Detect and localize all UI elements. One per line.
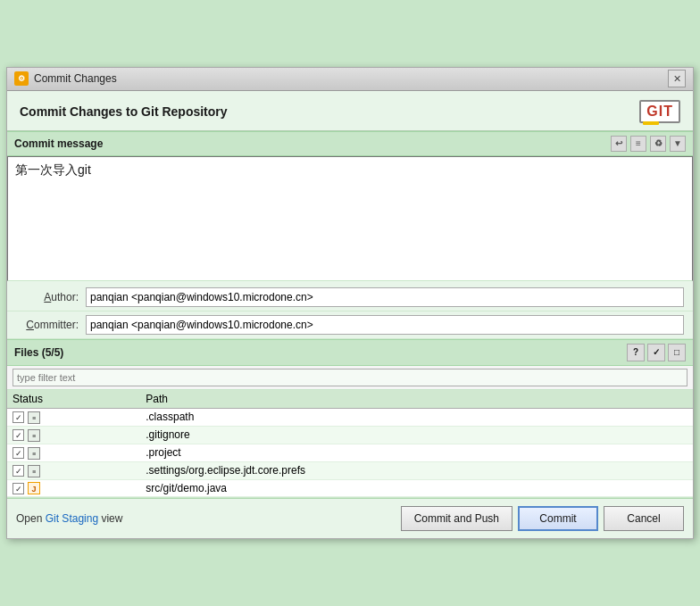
bottom-buttons: Commit and Push Commit Cancel	[401, 506, 684, 531]
commit-and-push-button[interactable]: Commit and Push	[401, 506, 512, 531]
commit-icon-2[interactable]: ≡	[630, 136, 646, 152]
commit-message-section-header: Commit message ↩ ≡ ♻ ▼	[7, 131, 693, 156]
commit-icon-4[interactable]: ▼	[670, 136, 686, 152]
file-path-cell: src/git/demo.java	[140, 479, 693, 497]
dialog-header: Commit Changes to Git Repository GIT	[7, 91, 693, 130]
files-help-icon[interactable]: ?	[627, 344, 645, 361]
filter-row	[7, 366, 693, 390]
title-bar: ⚙ Commit Changes ✕	[7, 68, 693, 91]
header-title: Commit Changes to Git Repository	[20, 104, 228, 119]
file-status-cell: ✓≡	[7, 444, 140, 461]
dialog-icon: ⚙	[14, 71, 29, 86]
commit-icon-3[interactable]: ♻	[650, 136, 666, 152]
file-status-cell: ✓J	[7, 479, 140, 497]
committer-input[interactable]	[86, 315, 684, 335]
title-bar-left: ⚙ Commit Changes	[14, 71, 117, 86]
file-path-cell: .project	[140, 444, 693, 461]
file-status-cell: ✓≡	[7, 461, 140, 479]
col-status: Status	[7, 390, 140, 409]
file-path-cell: .settings/org.eclipse.jdt.core.prefs	[140, 461, 693, 479]
file-checkbox[interactable]: ✓	[12, 465, 24, 477]
filter-input[interactable]	[12, 369, 688, 386]
file-checkbox[interactable]: ✓	[12, 411, 24, 423]
files-table: Status Path ✓≡.classpath✓≡.gitignore✓≡.p…	[7, 390, 693, 498]
files-label: Files (5/5)	[14, 346, 63, 359]
dialog-title: Commit Changes	[34, 72, 117, 85]
commit-message-input[interactable]: 第一次导入git	[7, 156, 693, 281]
files-check-icon[interactable]: ✓	[647, 344, 665, 361]
author-label: Author:	[16, 291, 79, 303]
close-button[interactable]: ✕	[668, 70, 686, 87]
file-checkbox[interactable]: ✓	[12, 429, 24, 441]
col-path: Path	[140, 390, 693, 409]
git-logo: GIT	[639, 100, 680, 123]
file-path-cell: .gitignore	[140, 426, 693, 444]
file-type-icon: ≡	[28, 465, 40, 477]
table-header-row: Status Path	[7, 390, 693, 409]
committer-label: Committer:	[16, 319, 79, 331]
committer-row: Committer:	[7, 311, 693, 339]
files-icons: ? ✓ □	[627, 344, 686, 361]
file-type-icon: J	[28, 482, 40, 494]
table-row: ✓≡.classpath	[7, 408, 693, 426]
git-staging-link[interactable]: Git Staging	[46, 512, 98, 525]
file-checkbox[interactable]: ✓	[12, 483, 24, 494]
commit-message-label: Commit message	[14, 137, 103, 150]
file-type-icon: ≡	[28, 411, 40, 424]
table-row: ✓≡.gitignore	[7, 426, 693, 444]
file-type-icon: ≡	[28, 429, 40, 442]
file-status-cell: ✓≡	[7, 426, 140, 444]
file-type-icon: ≡	[28, 447, 40, 460]
bottom-left: Open Git Staging view	[16, 512, 122, 525]
table-row: ✓≡.settings/org.eclipse.jdt.core.prefs	[7, 461, 693, 479]
view-text: view	[101, 512, 122, 525]
table-row: ✓≡.project	[7, 444, 693, 461]
bottom-bar: Open Git Staging view Commit and Push Co…	[7, 498, 693, 538]
commit-message-icons: ↩ ≡ ♻ ▼	[611, 136, 686, 152]
file-status-cell: ✓≡	[7, 408, 140, 426]
author-row: Author:	[7, 284, 693, 311]
cancel-button[interactable]: Cancel	[604, 506, 684, 531]
files-uncheck-icon[interactable]: □	[668, 344, 686, 361]
file-checkbox[interactable]: ✓	[12, 447, 24, 459]
commit-icon-1[interactable]: ↩	[611, 136, 627, 152]
open-text: Open	[16, 512, 42, 525]
file-path-cell: .classpath	[140, 408, 693, 426]
commit-changes-dialog: ⚙ Commit Changes ✕ Commit Changes to Git…	[6, 67, 694, 540]
commit-button[interactable]: Commit	[518, 506, 598, 531]
author-input[interactable]	[86, 287, 684, 307]
files-section-header: Files (5/5) ? ✓ □	[7, 339, 693, 366]
table-row: ✓Jsrc/git/demo.java	[7, 479, 693, 497]
files-list-area: Status Path ✓≡.classpath✓≡.gitignore✓≡.p…	[7, 390, 693, 499]
